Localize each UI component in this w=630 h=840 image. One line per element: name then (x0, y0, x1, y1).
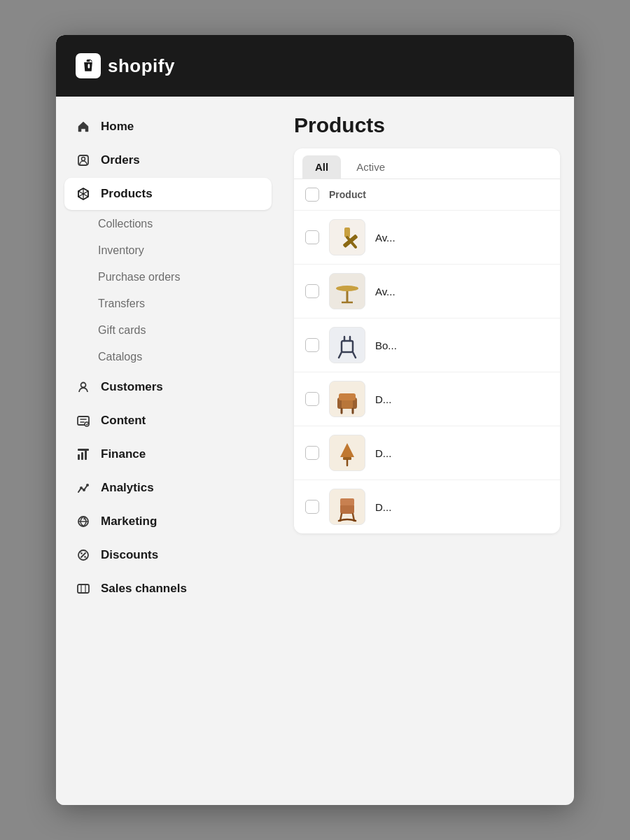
products-table: Product Av... (294, 179, 560, 533)
sidebar-item-gift-cards-label: Gift cards (98, 324, 146, 337)
products-icon (76, 186, 91, 202)
sidebar-item-catalogs-label: Catalogs (98, 351, 142, 363)
products-card: All Active Product (294, 148, 560, 533)
row-checkbox-4[interactable] (305, 392, 319, 406)
row-checkbox-6[interactable] (305, 500, 319, 514)
sidebar-item-transfers-label: Transfers (98, 298, 145, 310)
topbar: shopify (56, 35, 574, 97)
sidebar-item-home[interactable]: Home (64, 111, 272, 143)
svg-marker-35 (340, 443, 354, 457)
sidebar-item-inventory[interactable]: Inventory (64, 238, 272, 263)
customers-icon (76, 379, 91, 395)
svg-rect-38 (340, 504, 354, 514)
row-checkbox-5[interactable] (305, 446, 319, 460)
row-checkbox-3[interactable] (305, 338, 319, 352)
sidebar-item-orders-label: Orders (101, 153, 140, 167)
content-icon (76, 413, 91, 428)
shopify-wordmark: shopify (108, 55, 175, 77)
product-row[interactable]: Av... (294, 211, 560, 265)
discounts-icon (76, 547, 91, 563)
sidebar-item-inventory-label: Inventory (98, 244, 144, 257)
svg-point-12 (86, 484, 89, 486)
product-name-2: Av... (375, 286, 396, 298)
product-row[interactable]: Av... (294, 265, 560, 318)
product-thumb-5 (329, 435, 365, 471)
product-name-1: Av... (375, 232, 396, 244)
product-name-6: D... (375, 501, 391, 513)
analytics-icon (76, 480, 91, 496)
sidebar-item-gift-cards[interactable]: Gift cards (64, 318, 272, 343)
product-column-header: Product (329, 189, 366, 200)
svg-rect-0 (76, 53, 101, 78)
shopify-bag-icon (76, 53, 101, 78)
tab-bar: All Active (294, 148, 560, 179)
marketing-icon (76, 514, 91, 529)
svg-rect-24 (342, 341, 353, 352)
svg-point-10 (80, 486, 83, 489)
sidebar-item-customers[interactable]: Customers (64, 371, 272, 403)
product-row[interactable]: D... (294, 480, 560, 533)
main-layout: Home Orders (56, 97, 574, 805)
sidebar-item-home-label: Home (101, 120, 134, 134)
product-name-4: D... (375, 393, 391, 405)
sidebar-item-products[interactable]: Products (64, 178, 272, 210)
sidebar-item-sales-channels-label: Sales channels (101, 582, 187, 596)
sidebar-item-purchase-orders[interactable]: Purchase orders (64, 265, 272, 290)
product-row[interactable]: Bo... (294, 318, 560, 372)
svg-rect-6 (78, 454, 80, 460)
sidebar-item-finance-label: Finance (101, 447, 146, 461)
header-checkbox[interactable] (305, 188, 319, 202)
orders-icon (76, 153, 91, 168)
tab-active[interactable]: Active (344, 155, 398, 178)
product-thumb-4 (329, 381, 365, 417)
sidebar-item-orders[interactable]: Orders (64, 144, 272, 176)
svg-rect-9 (78, 449, 89, 451)
product-thumb-1 (329, 219, 365, 255)
tab-all[interactable]: All (302, 155, 341, 178)
sidebar-item-discounts[interactable]: Discounts (64, 539, 272, 571)
shopify-logo: shopify (76, 53, 175, 78)
sidebar-item-products-label: Products (101, 187, 153, 201)
sidebar-item-content[interactable]: Content (64, 405, 272, 437)
content-area: Products All Active Product (280, 97, 574, 805)
sidebar-item-content-label: Content (101, 414, 146, 428)
sidebar: Home Orders (56, 97, 280, 805)
svg-rect-7 (81, 452, 83, 460)
svg-rect-39 (340, 498, 354, 505)
sidebar-item-analytics[interactable]: Analytics (64, 472, 272, 504)
page-title: Products (294, 113, 560, 137)
sidebar-item-customers-label: Customers (101, 380, 163, 394)
product-name-3: Bo... (375, 340, 397, 351)
finance-icon (76, 447, 91, 462)
sidebar-item-collections-label: Collections (98, 218, 153, 230)
sales-channels-icon (76, 581, 91, 596)
row-checkbox-2[interactable] (305, 284, 319, 298)
svg-point-2 (82, 158, 85, 161)
sidebar-item-discounts-label: Discounts (101, 548, 158, 562)
sidebar-item-finance[interactable]: Finance (64, 438, 272, 470)
svg-line-26 (353, 352, 356, 358)
product-thumb-3 (329, 327, 365, 363)
row-checkbox-1[interactable] (305, 230, 319, 244)
sidebar-item-marketing[interactable]: Marketing (64, 505, 272, 538)
sidebar-item-transfers[interactable]: Transfers (64, 291, 272, 316)
svg-point-21 (336, 286, 358, 291)
svg-point-5 (85, 422, 89, 426)
svg-point-15 (80, 552, 82, 554)
svg-rect-17 (78, 584, 89, 593)
sidebar-item-catalogs[interactable]: Catalogs (64, 344, 272, 370)
product-row[interactable]: D... (294, 372, 560, 426)
product-row[interactable]: D... (294, 426, 560, 480)
sidebar-item-sales-channels[interactable]: Sales channels (64, 573, 272, 605)
product-thumb-2 (329, 273, 365, 309)
svg-point-16 (84, 556, 85, 557)
home-icon (76, 119, 91, 134)
svg-line-25 (339, 352, 342, 358)
svg-point-3 (81, 383, 86, 388)
sidebar-item-marketing-label: Marketing (101, 514, 157, 528)
sidebar-item-collections[interactable]: Collections (64, 211, 272, 237)
svg-rect-8 (85, 450, 87, 460)
sidebar-item-analytics-label: Analytics (101, 481, 154, 495)
app-window: shopify Home (56, 35, 574, 805)
svg-rect-32 (339, 393, 356, 400)
